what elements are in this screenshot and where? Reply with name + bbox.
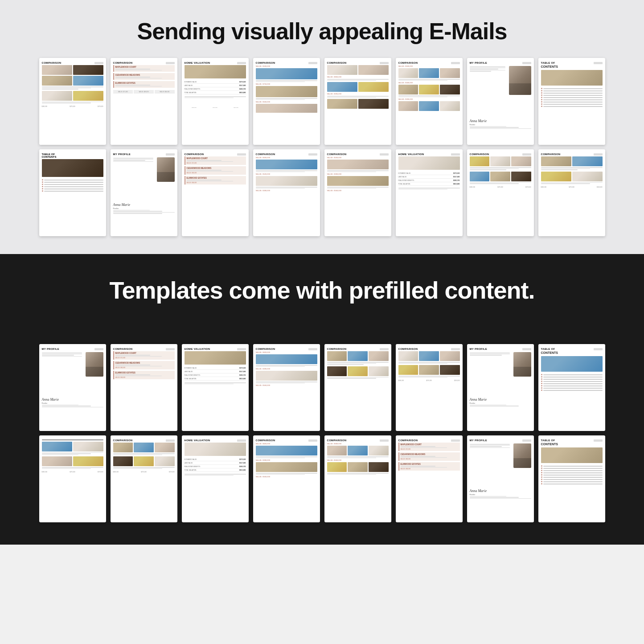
logo-4 [308, 62, 317, 64]
img-6 [73, 91, 103, 101]
template-card-9[interactable]: TABLE OFCONTENTS [39, 149, 106, 236]
logo-15 [522, 153, 531, 156]
template-card-3[interactable]: HOME VALUATION ESTIMATED VALUE: $370,500… [182, 58, 249, 145]
template-card-25[interactable]: $390,000 $270,000 $370,000 [39, 435, 106, 522]
template-card-8[interactable]: TABLE OF CONTENTS [538, 58, 605, 145]
img-4 [73, 76, 103, 86]
logo-2 [166, 62, 175, 64]
logo-26 [166, 439, 175, 442]
template-row-3: MY PROFILE Anna Marie Realtor [9, 344, 635, 431]
logo-11 [237, 153, 246, 156]
logo-23 [522, 348, 531, 350]
template-card-23[interactable]: MY PROFILE Anna Marie Realtor [467, 344, 534, 431]
profile-photo-2 [157, 157, 175, 182]
template-row-2: TABLE OFCONTENTS MY PROFILE [9, 149, 635, 236]
logo-13 [380, 153, 389, 156]
logo-22 [451, 348, 460, 350]
template-row-4: $390,000 $270,000 $370,000 COMPARISON [9, 435, 635, 522]
section-bottom: MY PROFILE Anna Marie Realtor [0, 340, 644, 545]
img-3 [42, 76, 72, 86]
template-card-32[interactable]: TABLE OF CONTENTS [538, 435, 605, 522]
toc-list-4 [541, 465, 603, 485]
template-card-1[interactable]: COMPARISON $390,000 $270,000 [39, 58, 106, 145]
template-card-24[interactable]: TABLE OF CONTENTS [538, 344, 605, 431]
main-heading-1: Sending visually appealing E-Mails [9, 18, 635, 45]
img-1 [42, 65, 72, 75]
template-card-14[interactable]: HOME VALUATION ESTIMATED VALUE: $370,500… [396, 149, 463, 236]
template-card-6[interactable]: COMPARISON VALUE: $500,000 VALUE: $580,0… [396, 58, 463, 145]
template-card-22[interactable]: COMPARISON $390,000 $270,000 $350,000 [396, 344, 463, 431]
logo-27 [237, 439, 246, 442]
bar-chart: $390,000 $270,000 $370,000 [185, 99, 246, 108]
template-card-5[interactable]: COMPARISON VALUE: $860,000 VALUE: $395,0… [324, 58, 391, 145]
template-card-28[interactable]: COMPARISON VALUE: $820,000 VALUE: $390,0… [253, 435, 320, 522]
main-heading-2: Templates come with prefilled content. [9, 276, 635, 304]
template-card-27[interactable]: HOME VALUATION ESTIMATED VALUE: $370,500… [182, 435, 249, 522]
logo-30 [451, 439, 460, 442]
logo-28 [308, 439, 317, 442]
logo-20 [308, 348, 317, 350]
template-card-16[interactable]: COMPARISON $390,000 $270,000 $350,000 [538, 149, 605, 236]
template-card-20[interactable]: COMPARISON VALUE: $820,000 VALUE: $390,0… [253, 344, 320, 431]
template-card-21[interactable]: COMPARISON [324, 344, 391, 431]
template-card-4[interactable]: COMPARISON VALUE: $500,000 VALUE: $750,0… [253, 58, 320, 145]
template-card-26[interactable]: COMPARISON $390,000 $270,000 $370,000 [111, 435, 177, 522]
logo-16 [594, 153, 603, 156]
img-5 [42, 91, 72, 101]
template-card-7[interactable]: MY PROFILE Anna Marie Realtor [467, 58, 534, 145]
profile-photo [509, 66, 531, 95]
toc-list-2 [42, 179, 103, 192]
main-img [185, 65, 246, 78]
logo-placeholder [94, 62, 103, 64]
logo-17 [94, 348, 103, 350]
logo-7 [522, 62, 531, 64]
logo-5 [380, 62, 389, 64]
template-card-15[interactable]: COMPARISON $390,000 $270,000 $370,00 [467, 149, 534, 236]
section-top: Sending visually appealing E-Mails COMPA… [0, 0, 644, 254]
logo-19 [237, 348, 246, 350]
logo-21 [380, 348, 389, 350]
template-card-10[interactable]: MY PROFILE Anna Marie Realtor [111, 149, 177, 236]
template-card-13[interactable]: COMPARISON VALUE: $500,000 VALUE: $390,0… [324, 149, 391, 236]
template-card-12[interactable]: COMPARISON VALUE: $600,000 VALUE: $520,0… [253, 149, 320, 236]
logo-31 [522, 439, 531, 442]
logo-10 [166, 153, 175, 156]
template-card-31[interactable]: MY PROFILE Anna Marie Realtor [467, 435, 534, 522]
profile-photo-4 [513, 352, 531, 377]
logo-3 [237, 62, 246, 64]
logo-18 [166, 348, 175, 350]
logo-8 [594, 62, 603, 64]
profile-photo-5 [513, 443, 531, 468]
template-row-1: COMPARISON $390,000 $270,000 [9, 58, 635, 145]
profile-photo-3 [86, 352, 103, 377]
logo-24 [594, 348, 603, 350]
logo-29 [380, 439, 389, 442]
logo-6 [451, 62, 460, 64]
img-2 [73, 65, 103, 75]
logo-14 [451, 153, 460, 156]
logo-32 [594, 439, 603, 442]
template-card-30[interactable]: COMPARISON MAPLEWOOD COURT VALUE: $71,00… [396, 435, 463, 522]
toc-list-3 [541, 374, 603, 391]
template-card-18[interactable]: COMPARISON MAPLEWOOD COURT VALUE: $71,00… [111, 344, 177, 431]
section-middle: Templates come with prefilled content. [0, 254, 644, 340]
template-card-19[interactable]: HOME VALUATION ESTIMATED VALUE: $370,500… [182, 344, 249, 431]
toc-list [541, 88, 603, 107]
logo-12 [308, 153, 317, 156]
template-card-2[interactable]: COMPARISON MAPLEWOOD COURT CEDARWOOD MEA… [111, 58, 177, 145]
template-card-11[interactable]: COMPARISON MAPLEWOOD COURT VALUE: $71,00… [182, 149, 249, 236]
template-card-29[interactable]: COMPARISON VALUE: $680,000 VALUE: $560,0… [324, 435, 391, 522]
template-card-17[interactable]: MY PROFILE Anna Marie Realtor [39, 344, 106, 431]
